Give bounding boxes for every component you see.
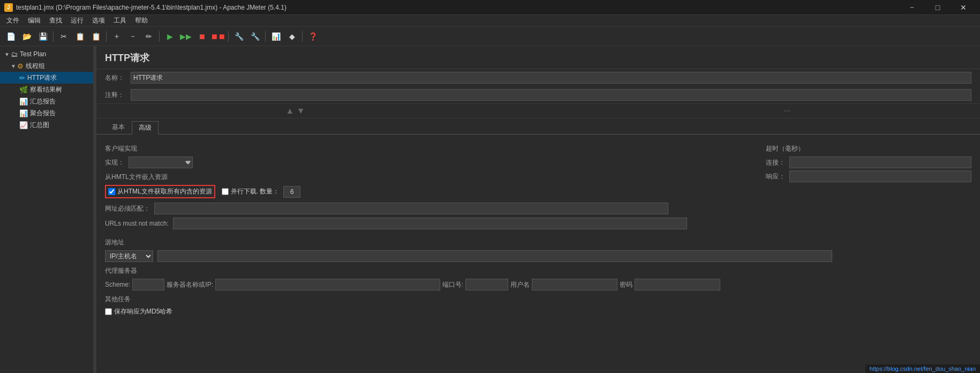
minimize-button[interactable]: － (900, 0, 924, 15)
sidebar-item-label-http: HTTP请求 (27, 73, 57, 83)
md5-checkbox-label[interactable]: 保存响应为MD5哈希 (105, 307, 172, 316)
impl-row: 实现： HttpClient4 Java ▼ (105, 156, 749, 168)
response-input[interactable] (789, 170, 971, 182)
source-row: IP/主机名 设备 设备IPv4 设备IPv6 (105, 250, 971, 262)
maximize-button[interactable]: □ (925, 0, 950, 15)
toolbar-paste[interactable]: 📋 (88, 29, 103, 44)
sidebar-item-label-thread: 线程组 (26, 62, 45, 71)
menu-tools[interactable]: 工具 (109, 15, 131, 26)
sidebar-item-summary-graph[interactable]: 📈 汇总图 (0, 119, 93, 131)
toolbar-start-no-pause[interactable]: ▶▶ (178, 29, 193, 44)
sidebar-item-http-request[interactable]: ✏ HTTP请求 (0, 72, 93, 84)
menu-options[interactable]: 选项 (88, 15, 109, 26)
toolbar-report[interactable]: 📊 (268, 29, 283, 44)
name-input[interactable] (131, 72, 971, 84)
comment-row: 注释： (96, 86, 980, 103)
title-bar-text: testplan1.jmx (D:\Program Files\apache-j… (16, 4, 287, 11)
toolbar-edit[interactable]: ✏ (141, 29, 156, 44)
divider-collapse[interactable]: ▲ ▼ (96, 103, 980, 118)
impl-label: 实现： (105, 158, 124, 167)
toolbar-sep-3 (159, 31, 160, 42)
toolbar-remove[interactable]: － (125, 29, 140, 44)
graph-icon: 📈 (19, 121, 28, 129)
proxy-section: 代理服务器 Scheme: 服务器名称或IP: 端口号: 用户名 密码 (105, 266, 971, 290)
sidebar-item-summary-report[interactable]: 📊 汇总报告 (0, 95, 93, 107)
summary-icon: 📊 (19, 98, 28, 106)
sidebar-item-test-plan[interactable]: ▼ 🗂 Test Plan (0, 48, 93, 60)
sidebar-item-thread-group[interactable]: ▼ ⚙ 线程组 (0, 60, 93, 72)
left-column: 客户端实现 实现： HttpClient4 Java ▼ (105, 140, 749, 234)
proxy-header: 代理服务器 (105, 266, 971, 275)
embedded-section: 从HMTL文件嵌入资源 从HTML文件获取所有内含的资源 并行下载. 数量： (105, 173, 749, 229)
main-layout: ▼ 🗂 Test Plan ▼ ⚙ 线程组 ✏ HTTP请求 🌿 察看结果树 📊… (0, 46, 980, 373)
source-address-section: 源地址 IP/主机名 设备 设备IPv4 设备IPv6 (105, 238, 971, 262)
toolbar-stop[interactable]: ⏹ (194, 29, 209, 44)
tab-advanced[interactable]: 高级 (132, 121, 159, 135)
scheme-label: Scheme: (105, 281, 130, 288)
connect-timeout-row: 连接： (766, 156, 971, 168)
collapse-arrow: ▼ (4, 51, 10, 57)
menu-help[interactable]: 帮助 (131, 15, 152, 26)
toolbar-help[interactable]: ❓ (305, 29, 320, 44)
content-area: HTTP请求 名称： 注释： ▲ ▼ (96, 46, 980, 373)
fetch-checkbox-text: 从HTML文件获取所有内含的资源 (117, 187, 212, 196)
impl-select[interactable]: HttpClient4 Java (129, 156, 193, 168)
sidebar-item-aggregate-report[interactable]: 📊 聚合报告 (0, 107, 93, 119)
tab-basic[interactable]: 基本 (105, 121, 132, 134)
source-value-input[interactable] (157, 250, 832, 262)
password-input[interactable] (635, 279, 720, 290)
toolbar-new[interactable]: 📄 (3, 29, 18, 44)
parallel-count-input[interactable] (283, 186, 300, 198)
port-label: 端口号: (442, 280, 463, 289)
toolbar-remote-start[interactable]: 🔧 (231, 29, 246, 44)
parallel-checkbox[interactable] (222, 188, 229, 195)
toolbar-start[interactable]: ▶ (162, 29, 177, 44)
status-bar: https://blog.csdn.net/fen_dou_shao_nian (865, 364, 980, 373)
md5-checkbox[interactable] (105, 308, 112, 315)
sidebar-item-label-graph: 汇总图 (30, 121, 49, 130)
url-not-match-label: URLs must not match: (105, 220, 169, 227)
url-match-input[interactable] (154, 203, 668, 214)
client-impl-section: 客户端实现 实现： HttpClient4 Java ▼ (105, 144, 749, 168)
port-input[interactable] (465, 279, 508, 290)
close-button[interactable]: ✕ (951, 0, 976, 15)
toolbar-sep-2 (106, 31, 107, 42)
toolbar-save[interactable]: 💾 (35, 29, 50, 44)
right-column: 超时（毫秒） 连接： 响应： (757, 140, 971, 234)
fetch-row: 从HTML文件获取所有内含的资源 并行下载. 数量： (105, 185, 749, 198)
user-label: 用户名 (510, 280, 530, 289)
user-input[interactable] (532, 279, 617, 290)
url-not-match-input[interactable] (173, 218, 687, 229)
scheme-input[interactable] (132, 279, 164, 290)
toolbar-add[interactable]: ＋ (109, 29, 124, 44)
pencil-icon: ✏ (19, 74, 25, 82)
tabs-bar: 基本 高级 (96, 118, 980, 134)
server-input[interactable] (215, 279, 440, 290)
menu-find[interactable]: 查找 (45, 15, 66, 26)
menu-edit[interactable]: 编辑 (24, 15, 45, 26)
fetch-checkbox-label[interactable]: 从HTML文件获取所有内含的资源 (108, 187, 212, 196)
source-type-select[interactable]: IP/主机名 设备 设备IPv4 设备IPv6 (105, 250, 153, 262)
app-icon: J (4, 3, 13, 12)
menu-run[interactable]: 运行 (66, 15, 88, 26)
other-tasks-header: 其他任务 (105, 295, 971, 304)
response-label: 响应： (766, 172, 785, 181)
toolbar-shutdown[interactable]: ⏹⏹ (210, 29, 225, 44)
parallel-checkbox-label[interactable]: 并行下载. 数量： (222, 187, 280, 196)
toolbar-copy[interactable]: 📋 (72, 29, 87, 44)
toolbar-remote-stop[interactable]: 🔧 (247, 29, 262, 44)
fetch-checkbox[interactable] (108, 188, 115, 195)
sidebar-item-view-results[interactable]: 🌿 察看结果树 (0, 84, 93, 95)
toolbar-cut[interactable]: ✂ (56, 29, 71, 44)
password-label: 密码 (620, 280, 632, 289)
toolbar-sep-4 (228, 31, 229, 42)
toolbar-clear[interactable]: ◆ (284, 29, 299, 44)
comment-input[interactable] (131, 89, 971, 101)
test-plan-icon: 🗂 (11, 50, 18, 58)
toolbar-open[interactable]: 📂 (19, 29, 34, 44)
menu-bar: 文件 编辑 查找 运行 选项 工具 帮助 (0, 15, 980, 27)
connect-input[interactable] (789, 156, 971, 168)
advanced-columns: 客户端实现 实现： HttpClient4 Java ▼ (105, 140, 971, 234)
sidebar-item-label-aggregate: 聚合报告 (30, 109, 56, 118)
menu-file[interactable]: 文件 (2, 15, 24, 26)
